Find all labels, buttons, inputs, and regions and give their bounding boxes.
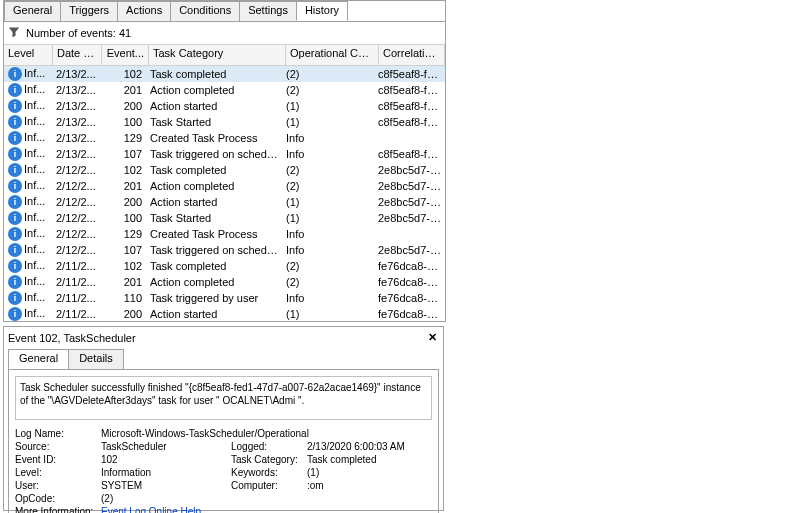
lab-logname: Log Name: [15,428,101,439]
val-taskcat: Task completed [307,454,437,465]
detail-message: Task Scheduler successfully finished "{c… [15,376,432,420]
table-row[interactable]: iInf...2/12/2...200Action started(1)2e8b… [4,194,445,210]
detail-properties: Log Name: Microsoft-Windows-TaskSchedule… [15,428,432,513]
filter-icon[interactable] [8,26,20,40]
detail-title: Event 102, TaskScheduler [8,332,136,344]
grid-header: Level Date a... Event... Task Category O… [4,45,445,66]
val-source: TaskScheduler [101,441,231,452]
val-opcode: (2) [101,493,437,504]
event-grid[interactable]: iInf...2/13/2...102Task completed(2)c8f5… [4,66,445,321]
table-row[interactable]: iInf...2/12/2...201Action completed(2)2e… [4,178,445,194]
val-logged: 2/13/2020 6:00:03 AM [307,441,437,452]
info-icon: i [8,227,22,241]
detail-content: Task Scheduler successfully finished "{c… [8,369,439,513]
info-icon: i [8,211,22,225]
info-icon: i [8,243,22,257]
lab-level: Level: [15,467,101,478]
tab-settings[interactable]: Settings [239,1,297,21]
table-row[interactable]: iInf...2/11/2...201Action completed(2)fe… [4,274,445,290]
tab-general[interactable]: General [4,1,61,21]
main-tab-strip: GeneralTriggersActionsConditionsSettings… [4,1,445,22]
val-eventid: 102 [101,454,231,465]
table-row[interactable]: iInf...2/13/2...201Action completed(2)c8… [4,82,445,98]
info-icon: i [8,99,22,113]
val-keywords: (1) [307,467,437,478]
info-icon: i [8,307,22,321]
table-row[interactable]: iInf...2/13/2...129Created Task ProcessI… [4,130,445,146]
detail-tab-details[interactable]: Details [68,349,124,369]
event-detail-panel: Event 102, TaskScheduler ✕ General Detai… [3,326,444,511]
lab-keywords: Keywords: [231,467,307,478]
col-date[interactable]: Date a... [53,45,102,65]
info-icon: i [8,259,22,273]
val-computer: :om [307,480,437,491]
table-row[interactable]: iInf...2/13/2...100Task Started(1)c8f5ea… [4,114,445,130]
event-log-help-link[interactable]: Event Log Online Help [101,506,201,513]
tab-triggers[interactable]: Triggers [60,1,118,21]
col-correlation[interactable]: Correlation Id [379,45,445,65]
info-icon: i [8,275,22,289]
col-category[interactable]: Task Category [149,45,286,65]
info-icon: i [8,83,22,97]
table-row[interactable]: iInf...2/13/2...107Task triggered on sch… [4,146,445,162]
col-opcode[interactable]: Operational Code [286,45,379,65]
table-row[interactable]: iInf...2/13/2...200Action started(1)c8f5… [4,98,445,114]
info-icon: i [8,195,22,209]
table-row[interactable]: iInf...2/12/2...102Task completed(2)2e8b… [4,162,445,178]
table-row[interactable]: iInf...2/11/2...102Task completed(2)fe76… [4,258,445,274]
info-icon: i [8,291,22,305]
lab-computer: Computer: [231,480,307,491]
table-row[interactable]: iInf...2/11/2...200Action started(1)fe76… [4,306,445,321]
detail-tab-general[interactable]: General [8,349,69,369]
lab-eventid: Event ID: [15,454,101,465]
val-level: Information [101,467,231,478]
lab-taskcat: Task Category: [231,454,307,465]
detail-tab-strip: General Details [8,349,439,369]
lab-source: Source: [15,441,101,452]
filter-bar: Number of events: 41 [4,22,445,45]
info-icon: i [8,163,22,177]
close-icon[interactable]: ✕ [425,331,439,345]
tab-actions[interactable]: Actions [117,1,171,21]
event-count-label: Number of events: 41 [26,27,131,39]
tab-conditions[interactable]: Conditions [170,1,240,21]
val-logname: Microsoft-Windows-TaskScheduler/Operatio… [101,428,437,439]
info-icon: i [8,115,22,129]
tab-history[interactable]: History [296,1,348,21]
info-icon: i [8,147,22,161]
info-icon: i [8,179,22,193]
lab-opcode: OpCode: [15,493,101,504]
val-user: SYSTEM [101,480,231,491]
lab-logged: Logged: [231,441,307,452]
lab-user: User: [15,480,101,491]
col-event[interactable]: Event... [102,45,149,65]
info-icon: i [8,67,22,81]
lab-moreinfo: More Information: [15,506,101,513]
table-row[interactable]: iInf...2/13/2...102Task completed(2)c8f5… [4,66,445,82]
table-row[interactable]: iInf...2/12/2...129Created Task ProcessI… [4,226,445,242]
table-row[interactable]: iInf...2/12/2...100Task Started(1)2e8bc5… [4,210,445,226]
info-icon: i [8,131,22,145]
table-row[interactable]: iInf...2/12/2...107Task triggered on sch… [4,242,445,258]
col-level[interactable]: Level [4,45,53,65]
history-panel: GeneralTriggersActionsConditionsSettings… [3,0,446,322]
table-row[interactable]: iInf...2/11/2...110Task triggered by use… [4,290,445,306]
